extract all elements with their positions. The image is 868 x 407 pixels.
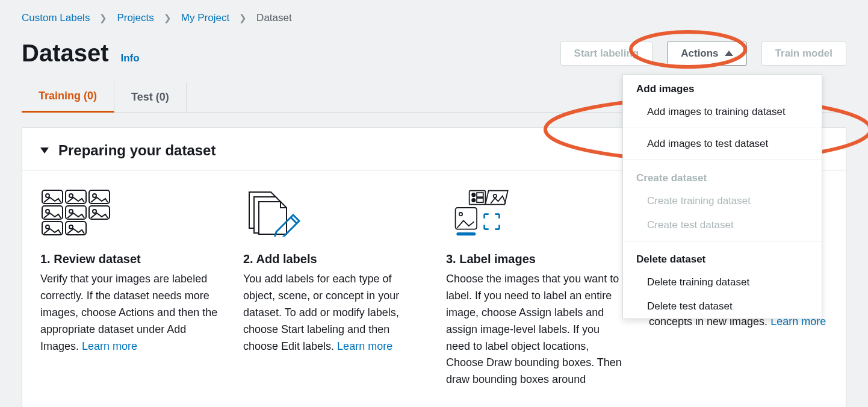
chevron-right-icon: ❯ [164,13,172,23]
card-body: Choose the images that you want to label… [446,271,625,388]
svg-rect-20 [477,193,483,197]
card-heading: 2. Add labels [243,252,422,266]
breadcrumb-custom-labels[interactable]: Custom Labels [22,12,90,24]
breadcrumb-current: Dataset [256,12,292,24]
card-label-images: 3. Label images Choose the images that y… [446,188,625,388]
card-review-dataset: 1. Review dataset Verify that your image… [40,188,219,388]
tab-test[interactable]: Test (0) [114,82,187,112]
start-labeling-button[interactable]: Start labeling [560,42,653,66]
tab-training[interactable]: Training (0) [22,81,114,113]
chevron-right-icon: ❯ [239,13,247,23]
menu-group-create-dataset: Create dataset [623,164,822,189]
card-heading: 3. Label images [446,252,625,266]
label-images-icon [446,188,518,237]
svg-point-9 [46,210,49,213]
svg-point-21 [472,199,475,202]
svg-rect-22 [477,198,483,202]
page-title: Dataset [22,40,109,67]
breadcrumb: Custom Labels ❯ Projects ❯ My Project ❯ … [0,0,868,29]
triangle-down-icon[interactable] [40,148,49,154]
actions-dropdown: Add images Add images to training datase… [622,74,822,319]
card-heading: 1. Review dataset [40,252,219,266]
documents-pencil-icon [243,188,315,237]
info-link[interactable]: Info [121,52,140,64]
menu-create-training: Create training dataset [623,189,822,213]
svg-point-11 [69,210,73,213]
breadcrumb-my-project[interactable]: My Project [181,12,229,24]
learn-more-link[interactable]: Learn more [337,340,392,352]
svg-point-23 [494,194,497,197]
actions-button-label: Actions [681,48,718,60]
menu-group-delete-dataset: Delete dataset [623,245,822,270]
header-actions: Start labeling Actions Train model Add i… [560,42,846,66]
triangle-up-icon [725,51,733,56]
svg-point-15 [46,225,49,229]
breadcrumb-projects[interactable]: Projects [117,12,153,24]
svg-point-13 [93,210,96,213]
chevron-right-icon: ❯ [99,13,107,23]
svg-point-19 [472,193,475,196]
section-title: Preparing your dataset [58,142,215,159]
menu-add-images-test[interactable]: Add images to test dataset [623,132,822,156]
learn-more-link[interactable]: Learn more [82,340,137,352]
menu-delete-test[interactable]: Delete test dataset [623,294,822,318]
svg-point-25 [459,213,462,216]
svg-point-5 [69,194,73,197]
train-model-button[interactable]: Train model [761,42,846,66]
svg-rect-26 [456,232,476,235]
menu-delete-training[interactable]: Delete training dataset [623,270,822,294]
card-add-labels: 2. Add labels You add labels for each ty… [243,188,422,388]
svg-point-7 [93,194,96,197]
svg-point-3 [46,194,49,197]
menu-group-add-images: Add images [623,75,822,100]
actions-button[interactable]: Actions [667,42,746,66]
svg-point-17 [69,225,73,229]
menu-add-images-training[interactable]: Add images to training dataset [623,100,822,124]
menu-create-test: Create test dataset [623,213,822,237]
images-grid-icon [40,188,113,237]
